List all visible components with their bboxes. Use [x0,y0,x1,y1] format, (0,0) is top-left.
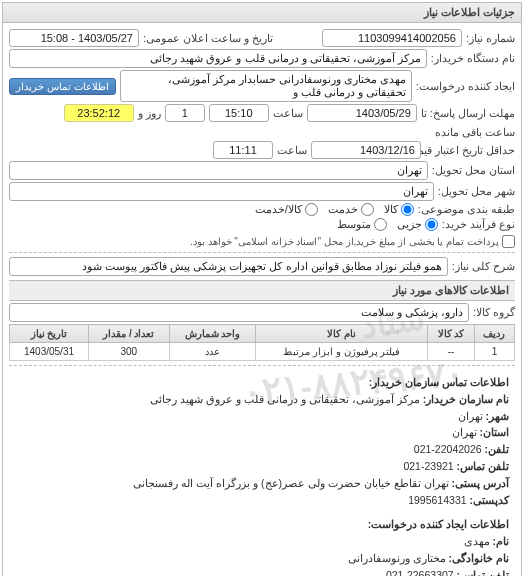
fax-value: 23921-021 [403,460,453,472]
proc-note-check[interactable]: پرداخت تمام یا بخشی از مبلغ خرید,از محل … [190,235,515,248]
radio-proc-low-input[interactable] [425,218,438,231]
remaining-suffix-label: ساعت باقی مانده [435,126,515,139]
delivery-city-field: تهران [9,182,434,201]
td-row: 1 [474,343,514,361]
goods-group-field: دارو، پزشکی و سلامت [9,303,469,322]
delivery-province-label: استان محل تحویل: [432,164,515,177]
reply-date-field: 1403/05/29 [307,104,417,122]
delivery-province-field: تهران [9,161,428,180]
price-valid-label: حداقل تاریخ اعتبار قیمت: تا تاریخ: [425,144,515,157]
province-label: استان: [480,426,510,438]
time-label-1: ساعت [273,107,303,120]
td-name: فیلتر پرفیوژن و ابزار مرتبط [256,343,428,361]
th-qty: تعداد / مقدار [88,325,169,343]
td-code: -- [428,343,475,361]
table-row: 1 -- فیلتر پرفیوژن و ابزار مرتبط عدد 300… [10,343,515,361]
td-date: 1403/05/31 [10,343,89,361]
lname-label: نام خانوادگی: [449,552,509,564]
th-row: ردیف [474,325,514,343]
need-desc-field: همو فیلتر نوزاد مطابق قوانین اداره کل تج… [9,257,448,276]
postal-code-value: 1995614331 [408,494,466,506]
th-name: نام کالا [256,325,428,343]
requester-info-title: اطلاعات ایجاد کننده درخواست: [368,518,509,530]
lname-value: مختاری ورنوسفادرانی [348,552,446,564]
proc-note-checkbox[interactable] [502,235,515,248]
goods-info-title: اطلاعات کالاهای مورد نیاز [9,280,515,301]
fname-value: مهدی [464,535,490,547]
buyer-org-label: نام دستگاه خریدار: [431,52,515,65]
province-value: تهران [452,426,477,438]
process-radio-group: جزیی متوسط [337,218,438,231]
panel-title: جزئیات اطلاعات نیاز [3,3,521,23]
price-valid-time-field: 11:11 [213,141,273,159]
need-no-label: شماره نیاز: [466,32,515,45]
buyer-org-field: مرکز آموزشی، تحقیقاتی و درمانی قلب و عرو… [9,49,427,68]
details-panel: جزئیات اطلاعات نیاز شماره نیاز: 11030994… [2,2,522,576]
radio-service[interactable]: خدمت [328,203,374,216]
need-desc-label: شرح کلی نیاز: [452,260,515,273]
th-date: تاریخ نیاز [10,325,89,343]
divider-1 [9,252,515,253]
radio-both[interactable]: کالا/خدمت [255,203,318,216]
fax-label: تلفن تماس: [457,460,509,472]
contact-phone-value: 22663307-021 [386,569,454,576]
goods-table: ردیف کد کالا نام کالا واحد شمارش تعداد /… [9,324,515,361]
contact-phone-label: تلفن تماس: [457,569,509,576]
table-header-row: ردیف کد کالا نام کالا واحد شمارش تعداد /… [10,325,515,343]
org-name-label: نام سازمان خریدار: [423,393,509,405]
contact-info-button[interactable]: اطلاعات تماس خریدار [9,78,116,95]
radio-goods[interactable]: کالا [384,203,414,216]
radio-proc-mid-input[interactable] [374,218,387,231]
th-code: کد کالا [428,325,475,343]
goods-group-label: گروه کالا: [473,306,515,319]
postal-code-label: کدپستی: [470,494,510,506]
reply-time-field: 15:10 [209,104,269,122]
city-value: تهران [458,410,483,422]
announce-dt-label: تاریخ و ساعت اعلان عمومی: [143,32,273,45]
price-valid-date-field: 1403/12/16 [311,141,421,159]
radio-both-input[interactable] [305,203,318,216]
buyer-contact-section: اطلاعات تماس سازمان خریدار: نام سازمان خ… [9,370,515,512]
contact-info-title: اطلاعات تماس سازمان خریدار: [369,376,509,388]
category-radio-group: کالا خدمت کالا/خدمت [255,203,414,216]
countdown-field: 23:52:12 [64,104,134,122]
days-remaining-field: 1 [165,104,205,122]
requester-label: ایجاد کننده درخواست: [416,80,515,93]
process-type-label: نوع فرآیند خرید: [442,218,515,231]
postal-addr-value: تهران تقاطع خیابان حضرت ولی عصر(عج) و بز… [133,477,448,489]
need-no-field: 1103099414002056 [322,29,462,47]
delivery-city-label: شهر محل تحویل: [438,185,515,198]
postal-addr-label: آدرس پستی: [452,477,509,489]
city-label: شهر: [486,410,510,422]
td-unit: عدد [169,343,256,361]
radio-service-input[interactable] [361,203,374,216]
th-unit: واحد شمارش [169,325,256,343]
time-label-2: ساعت [277,144,307,157]
phone-label: تلفن: [485,443,510,455]
fname-label: نام: [493,535,510,547]
phone-value: 22042026-021 [414,443,482,455]
requester-field: مهدی مختاری ورنوسفادرانی حسابدار مرکز آم… [120,70,412,102]
category-label: طبقه بندی موضوعی: [418,203,515,216]
td-qty: 300 [88,343,169,361]
radio-proc-low[interactable]: جزیی [397,218,438,231]
reply-deadline-label: مهلت ارسال پاسخ: تا [421,107,515,120]
announce-dt-field: 1403/05/27 - 15:08 [9,29,139,47]
radio-proc-mid[interactable]: متوسط [337,218,387,231]
days-suffix-label: روز و [138,107,161,120]
org-name-value: مرکز آموزشی، تحقیقاتی و درمانی قلب و عرو… [150,393,419,405]
requester-contact-section: اطلاعات ایجاد کننده درخواست: نام: مهدی ن… [9,512,515,576]
radio-goods-input[interactable] [401,203,414,216]
divider-2 [9,365,515,366]
